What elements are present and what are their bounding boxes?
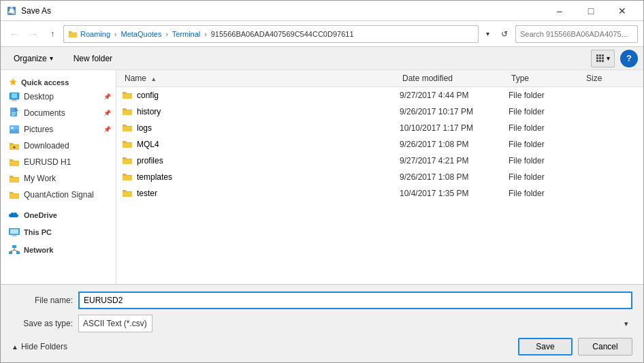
view-button[interactable]: ▾: [591, 50, 615, 67]
svg-rect-6: [599, 57, 601, 59]
file-rows-container: config 9/27/2017 4:44 PM File folder his…: [116, 87, 643, 202]
sidebar-item-eurusd[interactable]: EURUSD H1: [1, 154, 116, 170]
sidebar-section-quick-access[interactable]: ★ Quick access: [1, 73, 116, 89]
breadcrumb-dropdown-button[interactable]: ▾: [481, 25, 494, 43]
filename-input[interactable]: [78, 291, 632, 309]
pictures-icon: [9, 125, 20, 134]
svg-rect-26: [9, 251, 12, 254]
svg-rect-8: [596, 60, 598, 62]
filename-row: File name:: [12, 291, 632, 309]
view-icon: [596, 54, 605, 63]
folder-mywork-icon: [9, 174, 20, 183]
file-date-cell: 10/4/2017 1:35 PM: [400, 189, 509, 198]
toolbar: Organize ▾ New folder ▾ ?: [1, 47, 643, 70]
folder-downloaded-icon: [9, 141, 20, 151]
svg-rect-5: [596, 57, 598, 59]
file-name-cell: templates: [122, 172, 400, 182]
file-name-cell: config: [122, 91, 400, 100]
sidebar-item-pictures[interactable]: Pictures 📌: [1, 121, 116, 138]
file-type-cell: File folder: [509, 91, 583, 100]
file-type-cell: File folder: [509, 156, 583, 165]
forward-button[interactable]: →: [25, 26, 42, 42]
folder-row-icon: [122, 123, 133, 133]
cloud-icon: [9, 211, 20, 219]
up-button[interactable]: ↑: [44, 26, 61, 42]
bottom-form: File name: Save as type: ASCII Text (*.c…: [1, 284, 643, 362]
svg-rect-27: [16, 251, 20, 254]
svg-rect-17: [12, 114, 16, 114]
file-list-header: Name ▲ Date modified Type Size: [116, 70, 643, 87]
table-row[interactable]: tester 10/4/2017 1:35 PM File folder: [116, 185, 643, 202]
svg-rect-23: [12, 235, 16, 236]
file-name-cell: MQL4: [122, 140, 400, 149]
table-row[interactable]: config 9/27/2017 4:44 PM File folder: [116, 87, 643, 104]
search-input[interactable]: [515, 25, 638, 43]
file-date-cell: 10/10/2017 1:17 PM: [400, 123, 509, 133]
filename-label: File name:: [12, 296, 73, 305]
file-type-cell: File folder: [509, 140, 583, 149]
folder-quantaction-icon: [9, 190, 20, 200]
folder-row-icon: [122, 172, 133, 182]
file-type-cell: File folder: [509, 172, 583, 182]
sidebar-item-desktop[interactable]: Desktop 📌: [1, 89, 116, 105]
breadcrumb-path: Roaming › MetaQuotes › Terminal › 915566…: [80, 30, 354, 38]
file-type-cell: File folder: [509, 123, 583, 133]
savetype-select[interactable]: ASCII Text (*.csv): [78, 315, 152, 332]
sidebar-item-documents[interactable]: Documents 📌: [1, 105, 116, 121]
savetype-label: Save as type:: [12, 319, 73, 328]
svg-rect-3: [599, 54, 601, 57]
main-area: ★ Quick access Desktop 📌: [1, 70, 643, 284]
file-date-cell: 9/26/2017 1:08 PM: [400, 172, 509, 182]
sidebar-item-downloaded[interactable]: Downloaded: [1, 138, 116, 154]
file-date-cell: 9/27/2017 4:21 PM: [400, 156, 509, 165]
sidebar-item-mywork[interactable]: My Work: [1, 170, 116, 187]
svg-rect-18: [12, 115, 14, 116]
folder-row-icon: [122, 107, 133, 116]
cancel-button[interactable]: Cancel: [578, 338, 632, 356]
sidebar-item-quantaction[interactable]: QuantAction Signal: [1, 187, 116, 203]
refresh-button[interactable]: ↺: [496, 26, 513, 42]
table-row[interactable]: logs 10/10/2017 1:17 PM File folder: [116, 120, 643, 136]
svg-rect-7: [602, 57, 604, 59]
network-icon: [9, 245, 20, 255]
svg-rect-9: [599, 60, 601, 62]
column-header-date[interactable]: Date modified: [400, 72, 509, 85]
svg-rect-25: [12, 245, 16, 248]
table-row[interactable]: history 9/26/2017 10:17 PM File folder: [116, 104, 643, 120]
column-header-name[interactable]: Name ▲: [122, 72, 400, 85]
file-name-cell: profiles: [122, 156, 400, 165]
column-header-type[interactable]: Type: [509, 72, 583, 85]
sidebar-section-network[interactable]: Network: [1, 241, 116, 256]
close-button[interactable]: ✕: [607, 1, 638, 21]
sidebar-section-onedrive[interactable]: OneDrive: [1, 207, 116, 221]
new-folder-button[interactable]: New folder: [66, 50, 120, 67]
documents-icon: [10, 108, 19, 119]
hide-folders-button[interactable]: ▲ Hide Folders: [12, 342, 67, 351]
breadcrumb[interactable]: Roaming › MetaQuotes › Terminal › 915566…: [63, 25, 479, 43]
file-date-cell: 9/26/2017 1:08 PM: [400, 140, 509, 149]
maximize-button[interactable]: □: [575, 1, 607, 21]
help-button[interactable]: ?: [620, 50, 638, 67]
minimize-button[interactable]: –: [544, 1, 575, 21]
file-type-cell: File folder: [509, 189, 583, 198]
table-row[interactable]: MQL4 9/26/2017 1:08 PM File folder: [116, 136, 643, 153]
file-list: Name ▲ Date modified Type Size: [116, 70, 643, 284]
savetype-wrapper: ASCII Text (*.csv): [78, 315, 632, 332]
sidebar-section-thispc[interactable]: This PC: [1, 223, 116, 238]
save-button[interactable]: Save: [518, 338, 573, 356]
table-row[interactable]: templates 9/26/2017 1:08 PM File folder: [116, 169, 643, 185]
column-header-size[interactable]: Size: [583, 72, 638, 85]
svg-rect-2: [596, 54, 598, 57]
file-name-cell: history: [122, 107, 400, 116]
form-actions: ▲ Hide Folders Save Cancel: [12, 338, 632, 356]
table-row[interactable]: profiles 9/27/2017 4:21 PM File folder: [116, 153, 643, 169]
svg-rect-24: [12, 236, 17, 237]
pin-icon3: 📌: [103, 126, 110, 133]
file-date-cell: 9/27/2017 4:44 PM: [400, 91, 509, 100]
svg-rect-13: [12, 99, 16, 101]
file-type-cell: File folder: [509, 107, 583, 116]
pc-icon: [9, 227, 20, 237]
organize-button[interactable]: Organize ▾: [6, 50, 61, 67]
back-button[interactable]: ←: [6, 26, 22, 42]
address-bar: ← → ↑ Roaming › MetaQuotes › Terminal › …: [1, 21, 643, 47]
